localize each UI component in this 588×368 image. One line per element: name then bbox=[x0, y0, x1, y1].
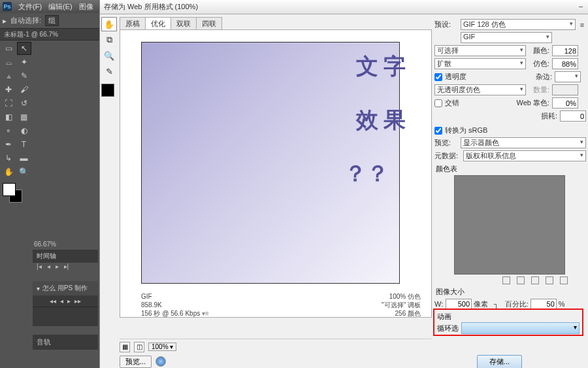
toggle-slices-icon[interactable]: ▦ bbox=[120, 342, 130, 352]
color-swatches[interactable] bbox=[3, 183, 25, 201]
animation-section: 动画 循环选 bbox=[433, 309, 583, 336]
slice-tool-icon[interactable]: ⧉ bbox=[101, 33, 117, 47]
eraser-tool-icon[interactable]: ◧ bbox=[1, 110, 16, 124]
width-input[interactable] bbox=[446, 299, 472, 309]
metadata-dropdown[interactable]: 版权和联系信息 bbox=[463, 150, 586, 161]
brush-tool-icon[interactable]: 🖌 bbox=[17, 83, 31, 96]
next-frame-icon[interactable]: ▸| bbox=[64, 263, 69, 270]
timeline-panel-header[interactable]: 时间轴 bbox=[33, 250, 98, 263]
document-tab[interactable]: 未标题-1 @ 66.7% bbox=[0, 29, 99, 41]
sampled-color-swatch[interactable] bbox=[101, 84, 114, 97]
shape-tool-icon[interactable]: ▬ bbox=[17, 152, 31, 165]
loop-dropdown[interactable] bbox=[461, 322, 580, 334]
amount-label: 数量: bbox=[529, 85, 549, 95]
dither-label: 仿色: bbox=[529, 59, 549, 69]
matte-dropdown[interactable] bbox=[555, 71, 581, 82]
info-format: GIF bbox=[141, 292, 209, 301]
menu-file[interactable]: 文件(F) bbox=[18, 2, 42, 12]
save-button[interactable]: 存储... bbox=[477, 355, 522, 369]
dialog-title: 存储为 Web 所用格式 (100%) bbox=[100, 0, 588, 14]
wand-tool-icon[interactable]: ✦ bbox=[17, 56, 31, 69]
play-icon[interactable]: ▸ bbox=[56, 263, 59, 270]
gradient-tool-icon[interactable]: ▦ bbox=[17, 110, 31, 124]
menu-image[interactable]: 图像 bbox=[79, 2, 93, 12]
toolbox: ▭ ↖ ⌓ ✦ ⟁ ✎ ✚ 🖌 ⛶ ↺ ◧ ▦ ∘ ◐ ✒ T ↳ ▬ ✋ 🔍 bbox=[1, 42, 31, 178]
info-speed: 156 秒 @ 56.6 Kbps bbox=[141, 310, 200, 317]
pen-tool-icon[interactable]: ✒ bbox=[1, 138, 16, 151]
globe-icon[interactable] bbox=[155, 356, 166, 367]
menu-edit[interactable]: 编辑(E) bbox=[48, 2, 73, 12]
format-dropdown[interactable]: GIF bbox=[461, 32, 552, 43]
next-icon[interactable]: ▸ bbox=[67, 297, 71, 305]
first-frame-icon[interactable]: |◂ bbox=[37, 263, 42, 270]
minimize-icon[interactable]: – bbox=[576, 2, 585, 11]
preset-menu-icon[interactable]: ≡ bbox=[578, 21, 586, 29]
amount-input bbox=[552, 84, 578, 95]
last-icon[interactable]: ▸▸ bbox=[74, 297, 81, 305]
history-header[interactable]: ▾怎么 用PS 制作 bbox=[33, 281, 98, 295]
preview-stage[interactable]: 文 字 效 果 ？？ GIF 858.9K 156 秒 @ 56.6 Kbps … bbox=[120, 30, 432, 318]
move-tool-icon: ▸ bbox=[3, 16, 7, 25]
rect-select-tool-icon[interactable]: ▭ bbox=[1, 42, 16, 55]
dither-dropdown[interactable]: 扩散 bbox=[434, 58, 526, 69]
zoom-tool-icon[interactable]: 🔍 bbox=[101, 48, 117, 63]
crop-tool-icon[interactable]: ⟁ bbox=[1, 69, 16, 82]
foreground-color-swatch[interactable] bbox=[3, 183, 16, 196]
zoom-tool-icon[interactable]: 🔍 bbox=[17, 165, 31, 178]
preview-dropdown[interactable]: 显示器颜色 bbox=[461, 137, 586, 148]
tab-optimized[interactable]: 优化 bbox=[145, 17, 171, 29]
zoom-level: 66.67% bbox=[34, 241, 56, 248]
tab-original[interactable]: 原稿 bbox=[120, 17, 146, 29]
dodge-tool-icon[interactable]: ◐ bbox=[17, 124, 31, 137]
srgb-checkbox[interactable] bbox=[434, 127, 442, 135]
interlace-checkbox[interactable] bbox=[434, 99, 442, 107]
timeline-controls: |◂ ◂ ▸ ▸| bbox=[37, 263, 69, 270]
auto-select-dropdown[interactable]: 组 bbox=[45, 15, 59, 26]
tab-2up[interactable]: 双联 bbox=[171, 17, 197, 29]
dither-input[interactable] bbox=[552, 58, 578, 69]
color-table-label: 颜色表 bbox=[436, 164, 586, 174]
lossy-input[interactable] bbox=[560, 110, 586, 122]
hand-tool-icon[interactable]: ✋ bbox=[101, 17, 117, 31]
zoom-bar: ▦ ◫ 100% ▾ bbox=[120, 339, 432, 353]
prev-frame-icon[interactable]: ◂ bbox=[47, 263, 50, 270]
palette-dropdown[interactable]: 可选择 bbox=[434, 45, 526, 56]
ct-btn-1[interactable] bbox=[502, 276, 510, 284]
ct-btn-3[interactable] bbox=[531, 276, 539, 284]
photoshop-chrome: Ps 文件(F) 编辑(E) 图像 ▸ 自动选择: 组 未标题-1 @ 66.7… bbox=[0, 0, 99, 368]
dialog-footer: 预览... 存储... bbox=[120, 356, 587, 367]
path-tool-icon[interactable]: ↳ bbox=[1, 152, 16, 165]
move-tool-icon[interactable]: ↖ bbox=[17, 42, 31, 55]
stamp-tool-icon[interactable]: ⛶ bbox=[1, 97, 16, 110]
ct-btn-5[interactable] bbox=[560, 276, 568, 284]
color-table[interactable] bbox=[454, 175, 565, 275]
websnap-input[interactable] bbox=[552, 97, 578, 109]
zoom-value: 100% bbox=[152, 343, 169, 350]
lossy-label: 损耗: bbox=[536, 111, 557, 121]
colors-input[interactable] bbox=[552, 45, 578, 56]
loop-label: 循环选 bbox=[437, 324, 459, 333]
tab-4up[interactable]: 四联 bbox=[196, 17, 222, 29]
ct-btn-2[interactable] bbox=[517, 276, 525, 284]
first-icon[interactable]: ◂◂ bbox=[50, 297, 56, 305]
preset-dropdown[interactable]: GIF 128 仿色 bbox=[461, 19, 576, 30]
heal-tool-icon[interactable]: ✚ bbox=[1, 83, 16, 96]
blur-tool-icon[interactable]: ∘ bbox=[1, 124, 16, 137]
lasso-tool-icon[interactable]: ⌓ bbox=[1, 56, 16, 69]
preview-browser-button[interactable]: 预览... bbox=[120, 356, 152, 368]
type-tool-icon[interactable]: T bbox=[17, 138, 31, 151]
hand-tool-icon[interactable]: ✋ bbox=[1, 165, 16, 178]
transparency-checkbox[interactable] bbox=[434, 73, 442, 81]
ct-btn-4[interactable] bbox=[546, 276, 553, 284]
transparency-label: 透明度 bbox=[445, 72, 529, 82]
history-panel: ▾怎么 用PS 制作 ◂◂ ◂ ▸ ▸▸ bbox=[33, 281, 98, 326]
trans-dither-dropdown[interactable]: 无透明度仿色 bbox=[434, 84, 526, 95]
zoom-select[interactable]: 100% ▾ bbox=[148, 343, 176, 351]
percent-input[interactable] bbox=[531, 299, 557, 309]
eyedropper-tool-icon[interactable]: ✎ bbox=[17, 69, 31, 82]
toggle-vis-icon[interactable]: ◫ bbox=[134, 342, 144, 352]
eyedropper-tool-icon[interactable]: ✎ bbox=[101, 64, 117, 78]
prev-icon[interactable]: ◂ bbox=[60, 297, 63, 305]
history-brush-tool-icon[interactable]: ↺ bbox=[17, 97, 31, 110]
srgb-label: 转换为 sRGB bbox=[445, 125, 487, 135]
